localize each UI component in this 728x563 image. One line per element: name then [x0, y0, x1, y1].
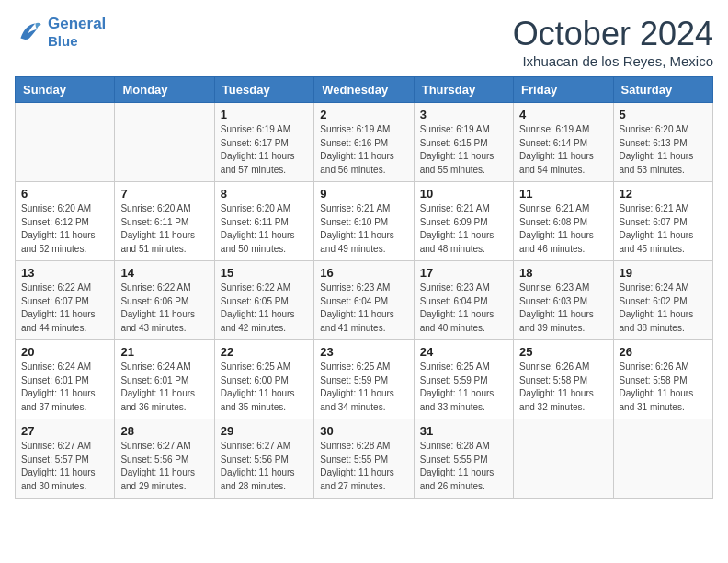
- day-number: 10: [420, 187, 507, 201]
- day-info: Sunrise: 6:19 AMSunset: 6:17 PMDaylight:…: [221, 123, 308, 177]
- day-info: Sunrise: 6:28 AMSunset: 5:55 PMDaylight:…: [320, 440, 407, 493]
- calendar-cell: [613, 419, 712, 499]
- calendar-cell: 6Sunrise: 6:20 AMSunset: 6:12 PMDaylight…: [16, 182, 115, 261]
- day-info: Sunrise: 6:25 AMSunset: 5:59 PMDaylight:…: [320, 361, 407, 414]
- day-number: 30: [320, 424, 407, 438]
- day-info: Sunrise: 6:20 AMSunset: 6:13 PMDaylight:…: [620, 123, 707, 177]
- day-info: Sunrise: 6:26 AMSunset: 5:58 PMDaylight:…: [519, 361, 607, 414]
- day-info: Sunrise: 6:20 AMSunset: 6:11 PMDaylight:…: [221, 202, 308, 256]
- day-info: Sunrise: 6:22 AMSunset: 6:05 PMDaylight:…: [221, 282, 308, 335]
- day-number: 2: [320, 108, 407, 121]
- day-info: Sunrise: 6:25 AMSunset: 6:00 PMDaylight:…: [221, 361, 308, 414]
- day-number: 9: [320, 187, 407, 201]
- day-info: Sunrise: 6:28 AMSunset: 5:55 PMDaylight:…: [420, 440, 507, 493]
- day-info: Sunrise: 6:21 AMSunset: 6:07 PMDaylight:…: [620, 202, 707, 256]
- day-info: Sunrise: 6:19 AMSunset: 6:15 PMDaylight:…: [420, 123, 507, 177]
- day-info: Sunrise: 6:23 AMSunset: 6:04 PMDaylight:…: [420, 282, 507, 335]
- day-info: Sunrise: 6:25 AMSunset: 5:59 PMDaylight:…: [420, 361, 507, 414]
- day-info: Sunrise: 6:21 AMSunset: 6:08 PMDaylight:…: [519, 202, 607, 256]
- day-info: Sunrise: 6:24 AMSunset: 6:01 PMDaylight:…: [21, 361, 108, 414]
- logo-general: General: [48, 15, 106, 32]
- day-number: 20: [21, 345, 108, 359]
- calendar-cell: 31Sunrise: 6:28 AMSunset: 5:55 PMDayligh…: [414, 419, 513, 499]
- day-number: 11: [519, 187, 607, 201]
- day-info: Sunrise: 6:21 AMSunset: 6:09 PMDaylight:…: [420, 202, 507, 256]
- logo-blue: Blue: [48, 33, 106, 49]
- header-thursday: Thursday: [414, 77, 513, 103]
- day-number: 6: [21, 187, 108, 201]
- calendar-cell: [16, 103, 115, 182]
- day-number: 21: [120, 345, 208, 359]
- calendar-header: SundayMondayTuesdayWednesdayThursdayFrid…: [16, 77, 713, 103]
- header-saturday: Saturday: [613, 77, 712, 103]
- calendar-cell: 4Sunrise: 6:19 AMSunset: 6:14 PMDaylight…: [514, 103, 613, 182]
- day-number: 5: [620, 108, 707, 121]
- day-number: 26: [620, 345, 707, 359]
- day-number: 18: [519, 266, 607, 280]
- calendar-cell: 27Sunrise: 6:27 AMSunset: 5:57 PMDayligh…: [16, 419, 115, 499]
- calendar-cell: 17Sunrise: 6:23 AMSunset: 6:04 PMDayligh…: [414, 261, 513, 340]
- calendar-cell: 24Sunrise: 6:25 AMSunset: 5:59 PMDayligh…: [414, 340, 513, 419]
- day-info: Sunrise: 6:21 AMSunset: 6:10 PMDaylight:…: [320, 202, 407, 256]
- day-number: 28: [120, 424, 208, 438]
- calendar-cell: 28Sunrise: 6:27 AMSunset: 5:56 PMDayligh…: [115, 419, 214, 499]
- header-tuesday: Tuesday: [214, 77, 313, 103]
- day-number: 8: [221, 187, 308, 201]
- day-info: Sunrise: 6:22 AMSunset: 6:07 PMDaylight:…: [21, 282, 108, 335]
- day-info: Sunrise: 6:27 AMSunset: 5:57 PMDaylight:…: [21, 440, 108, 493]
- calendar-cell: 8Sunrise: 6:20 AMSunset: 6:11 PMDaylight…: [214, 182, 313, 261]
- calendar-cell: 19Sunrise: 6:24 AMSunset: 6:02 PMDayligh…: [613, 261, 712, 340]
- week-row-2: 6Sunrise: 6:20 AMSunset: 6:12 PMDaylight…: [16, 182, 713, 261]
- location: Ixhuacan de los Reyes, Mexico: [513, 53, 713, 69]
- calendar-body: 1Sunrise: 6:19 AMSunset: 6:17 PMDaylight…: [16, 103, 713, 499]
- header-sunday: Sunday: [16, 77, 115, 103]
- day-number: 16: [320, 266, 407, 280]
- day-info: Sunrise: 6:23 AMSunset: 6:04 PMDaylight:…: [320, 282, 407, 335]
- header-monday: Monday: [115, 77, 214, 103]
- day-number: 19: [620, 266, 707, 280]
- page-header: General Blue October 2024 Ixhuacan de lo…: [15, 15, 713, 69]
- calendar-cell: 26Sunrise: 6:26 AMSunset: 5:58 PMDayligh…: [613, 340, 712, 419]
- day-number: 14: [120, 266, 208, 280]
- calendar-cell: 20Sunrise: 6:24 AMSunset: 6:01 PMDayligh…: [16, 340, 115, 419]
- calendar-cell: 1Sunrise: 6:19 AMSunset: 6:17 PMDaylight…: [214, 103, 313, 182]
- week-row-3: 13Sunrise: 6:22 AMSunset: 6:07 PMDayligh…: [16, 261, 713, 340]
- header-wednesday: Wednesday: [314, 77, 414, 103]
- logo-text: General Blue: [48, 15, 106, 49]
- week-row-4: 20Sunrise: 6:24 AMSunset: 6:01 PMDayligh…: [16, 340, 713, 419]
- day-info: Sunrise: 6:27 AMSunset: 5:56 PMDaylight:…: [120, 440, 208, 493]
- day-number: 29: [221, 424, 308, 438]
- day-info: Sunrise: 6:19 AMSunset: 6:14 PMDaylight:…: [519, 123, 607, 177]
- day-number: 4: [519, 108, 607, 121]
- calendar-cell: 12Sunrise: 6:21 AMSunset: 6:07 PMDayligh…: [613, 182, 712, 261]
- day-info: Sunrise: 6:27 AMSunset: 5:56 PMDaylight:…: [221, 440, 308, 493]
- day-info: Sunrise: 6:23 AMSunset: 6:03 PMDaylight:…: [519, 282, 607, 335]
- day-number: 12: [620, 187, 707, 201]
- calendar-cell: 14Sunrise: 6:22 AMSunset: 6:06 PMDayligh…: [115, 261, 214, 340]
- calendar-cell: [514, 419, 613, 499]
- calendar-cell: 25Sunrise: 6:26 AMSunset: 5:58 PMDayligh…: [514, 340, 613, 419]
- day-number: 13: [21, 266, 108, 280]
- calendar-cell: 10Sunrise: 6:21 AMSunset: 6:09 PMDayligh…: [414, 182, 513, 261]
- day-info: Sunrise: 6:24 AMSunset: 6:02 PMDaylight:…: [620, 282, 707, 335]
- logo-icon: [15, 17, 44, 47]
- calendar-cell: 23Sunrise: 6:25 AMSunset: 5:59 PMDayligh…: [314, 340, 414, 419]
- header-friday: Friday: [514, 77, 613, 103]
- day-info: Sunrise: 6:20 AMSunset: 6:11 PMDaylight:…: [120, 202, 208, 256]
- calendar-cell: 3Sunrise: 6:19 AMSunset: 6:15 PMDaylight…: [414, 103, 513, 182]
- day-number: 24: [420, 345, 507, 359]
- month-title: October 2024: [513, 15, 713, 53]
- day-number: 7: [120, 187, 208, 201]
- week-row-1: 1Sunrise: 6:19 AMSunset: 6:17 PMDaylight…: [16, 103, 713, 182]
- calendar-cell: 22Sunrise: 6:25 AMSunset: 6:00 PMDayligh…: [214, 340, 313, 419]
- header-row: SundayMondayTuesdayWednesdayThursdayFrid…: [16, 77, 713, 103]
- calendar-cell: 29Sunrise: 6:27 AMSunset: 5:56 PMDayligh…: [214, 419, 313, 499]
- day-number: 27: [21, 424, 108, 438]
- calendar-title-block: October 2024 Ixhuacan de los Reyes, Mexi…: [513, 15, 713, 69]
- day-info: Sunrise: 6:20 AMSunset: 6:12 PMDaylight:…: [21, 202, 108, 256]
- calendar-cell: 16Sunrise: 6:23 AMSunset: 6:04 PMDayligh…: [314, 261, 414, 340]
- calendar-cell: 11Sunrise: 6:21 AMSunset: 6:08 PMDayligh…: [514, 182, 613, 261]
- calendar-cell: 2Sunrise: 6:19 AMSunset: 6:16 PMDaylight…: [314, 103, 414, 182]
- day-info: Sunrise: 6:24 AMSunset: 6:01 PMDaylight:…: [120, 361, 208, 414]
- day-number: 22: [221, 345, 308, 359]
